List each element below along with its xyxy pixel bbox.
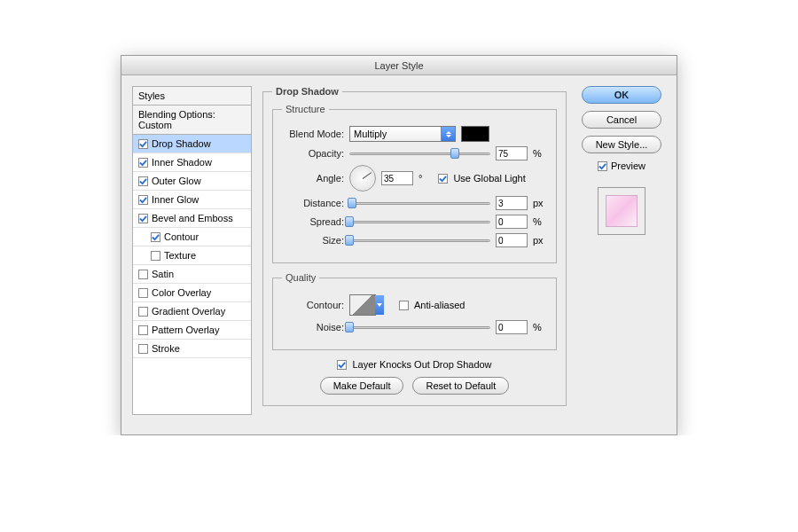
knockout-label: Layer Knocks Out Drop Shadow <box>352 359 491 370</box>
size-input[interactable] <box>496 233 528 247</box>
ok-button[interactable]: OK <box>582 86 661 104</box>
spread-label: Spread: <box>282 216 344 227</box>
noise-slider[interactable] <box>349 321 490 333</box>
preview-label: Preview <box>611 160 645 171</box>
knockout-checkbox[interactable] <box>337 360 347 370</box>
size-label: Size: <box>282 235 344 246</box>
spread-unit: % <box>533 216 547 227</box>
distance-label: Distance: <box>282 198 344 208</box>
opacity-unit: % <box>533 148 547 159</box>
structure-legend: Structure <box>282 104 329 114</box>
quality-legend: Quality <box>282 272 319 283</box>
new-style-button[interactable]: New Style... <box>582 136 661 153</box>
noise-label: Noise: <box>282 322 344 332</box>
titlebar: Layer Style <box>121 56 677 75</box>
reset-default-button[interactable]: Reset to Default <box>412 377 509 395</box>
spread-slider[interactable] <box>349 215 490 228</box>
sidebar-item-label: Stroke <box>152 343 180 354</box>
opacity-input[interactable] <box>496 146 528 160</box>
sidebar-item-contour[interactable]: Contour <box>133 228 251 246</box>
sidebar-item-color-overlay[interactable]: Color Overlay <box>133 284 251 302</box>
styles-sidebar: Styles Blending Options: Custom Drop Sha… <box>132 86 252 415</box>
sidebar-item-texture[interactable]: Texture <box>133 246 251 265</box>
antialias-checkbox[interactable] <box>399 301 409 310</box>
angle-input[interactable] <box>381 171 413 185</box>
chevron-down-icon <box>375 295 384 315</box>
sidebar-checkbox[interactable] <box>138 270 148 279</box>
sidebar-checkbox[interactable] <box>138 325 148 335</box>
sidebar-item-stroke[interactable]: Stroke <box>133 340 251 358</box>
sidebar-item-gradient-overlay[interactable]: Gradient Overlay <box>133 302 251 321</box>
preview-swatch-icon <box>606 195 638 227</box>
sidebar-checkbox[interactable] <box>138 214 148 223</box>
sidebar-item-label: Bevel and Emboss <box>152 213 233 223</box>
sidebar-item-label: Gradient Overlay <box>152 306 225 317</box>
layer-style-dialog: Layer Style Styles Blending Options: Cus… <box>121 55 677 435</box>
sidebar-item-label: Inner Shadow <box>152 157 212 168</box>
sidebar-checkbox[interactable] <box>138 158 148 168</box>
sidebar-checkbox[interactable] <box>151 232 160 242</box>
sidebar-item-label: Texture <box>164 250 196 261</box>
blend-mode-select[interactable]: Multiply <box>349 126 456 142</box>
sidebar-item-label: Pattern Overlay <box>152 325 219 335</box>
sidebar-item-label: Contour <box>164 231 199 242</box>
size-slider[interactable] <box>349 234 490 246</box>
global-light-label: Use Global Light <box>453 173 525 184</box>
contour-label: Contour: <box>282 300 344 310</box>
sidebar-head-styles[interactable]: Styles <box>133 87 251 106</box>
make-default-button[interactable]: Make Default <box>320 377 404 395</box>
sidebar-item-label: Inner Glow <box>152 194 199 205</box>
contour-picker[interactable] <box>349 294 376 316</box>
preview-thumbnail <box>598 187 645 235</box>
sidebar-head-blending[interactable]: Blending Options: Custom <box>133 106 251 135</box>
sidebar-item-label: Drop Shadow <box>152 138 211 149</box>
sidebar-item-inner-shadow[interactable]: Inner Shadow <box>133 153 251 172</box>
sidebar-item-label: Outer Glow <box>152 176 201 186</box>
sidebar-checkbox[interactable] <box>151 251 160 261</box>
structure-group: Structure Blend Mode: Multiply Opacity: <box>272 104 557 263</box>
global-light-checkbox[interactable] <box>438 174 448 184</box>
antialias-label: Anti-aliased <box>414 300 465 310</box>
distance-unit: px <box>533 198 547 208</box>
preview-checkbox[interactable] <box>598 161 607 171</box>
shadow-color-swatch[interactable] <box>461 126 489 142</box>
select-arrows-icon <box>441 127 455 141</box>
main-panel: Drop Shadow Structure Blend Mode: Multip… <box>262 86 567 415</box>
sidebar-checkbox[interactable] <box>138 195 148 205</box>
sidebar-item-inner-glow[interactable]: Inner Glow <box>133 191 251 209</box>
size-unit: px <box>533 235 547 246</box>
panel-title: Drop Shadow <box>272 86 342 97</box>
angle-unit: ° <box>419 173 422 184</box>
right-column: OK Cancel New Style... Preview <box>577 86 666 415</box>
sidebar-item-satin[interactable]: Satin <box>133 265 251 284</box>
opacity-slider[interactable] <box>349 147 490 160</box>
sidebar-item-label: Satin <box>152 269 174 279</box>
noise-unit: % <box>533 322 547 332</box>
opacity-label: Opacity: <box>282 148 344 159</box>
sidebar-item-drop-shadow[interactable]: Drop Shadow <box>133 135 251 153</box>
noise-input[interactable] <box>496 320 528 334</box>
drop-shadow-group: Drop Shadow Structure Blend Mode: Multip… <box>262 86 567 406</box>
sidebar-checkbox[interactable] <box>138 176 148 186</box>
sidebar-item-bevel-and-emboss[interactable]: Bevel and Emboss <box>133 209 251 228</box>
angle-label: Angle: <box>282 173 344 184</box>
sidebar-checkbox[interactable] <box>138 344 148 354</box>
distance-slider[interactable] <box>349 197 490 209</box>
cancel-button[interactable]: Cancel <box>582 111 661 129</box>
spread-input[interactable] <box>496 215 528 229</box>
sidebar-checkbox[interactable] <box>138 288 148 298</box>
sidebar-item-pattern-overlay[interactable]: Pattern Overlay <box>133 321 251 340</box>
sidebar-item-label: Color Overlay <box>152 287 211 298</box>
sidebar-checkbox[interactable] <box>138 139 148 149</box>
blend-mode-label: Blend Mode: <box>282 129 344 139</box>
angle-dial[interactable] <box>349 165 376 192</box>
window-title: Layer Style <box>374 60 423 71</box>
distance-input[interactable] <box>496 196 528 210</box>
sidebar-checkbox[interactable] <box>138 307 148 317</box>
sidebar-item-outer-glow[interactable]: Outer Glow <box>133 172 251 191</box>
quality-group: Quality Contour: Anti-aliased Noise: % <box>272 272 557 350</box>
